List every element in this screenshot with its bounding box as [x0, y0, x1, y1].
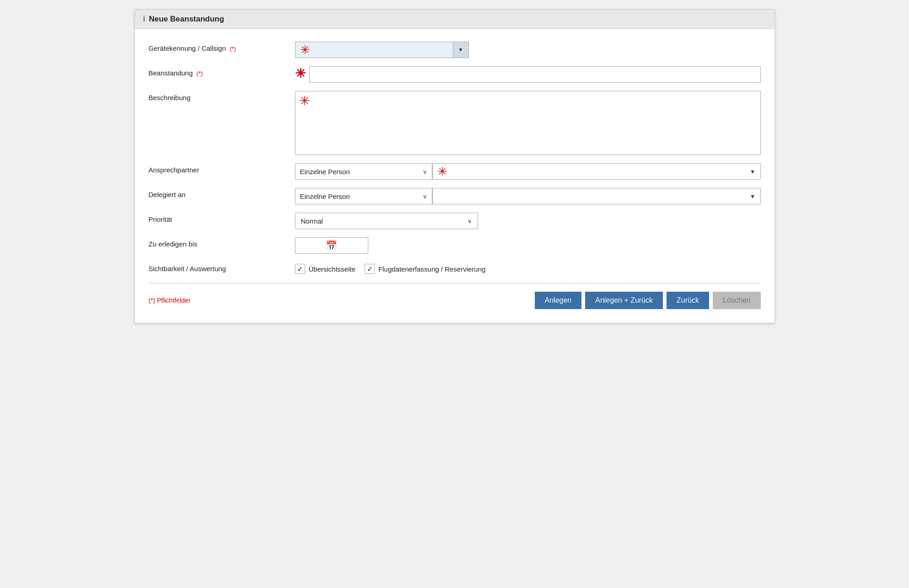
checkbox-flugdaten-label: Flugdatenerfassung / Reservierung — [378, 265, 485, 273]
anlegen-zurueck-button[interactable]: Anlegen + Zurück — [585, 292, 663, 309]
beanstandung-label: Beanstandung (*) — [149, 66, 295, 77]
anlegen-button[interactable]: Anlegen — [535, 292, 582, 309]
loeschen-button[interactable]: Löschen — [713, 292, 761, 309]
button-group: Anlegen Anlegen + Zurück Zurück Löschen — [535, 292, 761, 309]
sichtbarkeit-label: Sichtbarkeit / Auswertung — [149, 262, 295, 273]
delegiert-an-row: Delegiert an Einzelne Person ∨ ▼ — [149, 188, 761, 204]
zu-erledigen-label: Zu erledigen bis — [149, 237, 295, 248]
footer-row: (*) Pflichtfelder Anlegen Anlegen + Zurü… — [149, 292, 761, 314]
delegiert-an-label: Delegiert an — [149, 188, 295, 198]
geraetekennung-control: ✳ ▼ — [295, 42, 761, 58]
checkbox-uebersichtsseite[interactable]: ✓ — [295, 264, 305, 274]
geraetekennung-dropdown-arrow[interactable]: ▼ — [453, 42, 468, 58]
prioritaet-select[interactable]: Normal ∨ — [295, 213, 478, 229]
sichtbarkeit-control: ✓ Übersichtsseite ✓ Flugdatenerfassung /… — [295, 262, 761, 274]
beschreibung-control: ✳ — [295, 91, 761, 155]
beanstandung-control: ✳ — [295, 66, 761, 83]
ansprechpartner-required-icon: ✳ — [437, 165, 447, 179]
ansprechpartner-person-select[interactable]: ✳ ▼ — [432, 163, 761, 180]
zu-erledigen-control: 📅 — [295, 237, 761, 254]
delegiert-an-person-select[interactable]: ▼ — [432, 188, 761, 204]
pflichtfelder-text: (*) Pflichtfelder — [149, 297, 191, 304]
form-divider — [149, 283, 761, 283]
delegiert-an-chevron2: ▼ — [750, 193, 756, 200]
beanstandung-required-icon: ✳ — [295, 67, 306, 80]
ansprechpartner-type-select[interactable]: Einzelne Person ∨ — [295, 163, 432, 180]
info-icon: i — [143, 14, 145, 24]
ansprechpartner-control: Einzelne Person ∨ ✳ ▼ — [295, 163, 761, 180]
geraetekennung-row: Gerätekennung / Callsign (*) ✳ ▼ — [149, 42, 761, 58]
prioritaet-chevron: ∨ — [468, 218, 472, 225]
geraetekennung-label: Gerätekennung / Callsign (*) — [149, 42, 295, 52]
page-container: i Neue Beanstandung Gerätekennung / Call… — [134, 9, 775, 323]
form-body: Gerätekennung / Callsign (*) ✳ ▼ Beansta… — [135, 29, 775, 323]
zu-erledigen-row: Zu erledigen bis 📅 — [149, 237, 761, 254]
delegiert-an-type-select[interactable]: Einzelne Person ∨ — [295, 188, 432, 204]
beanstandung-row: Beanstandung (*) ✳ — [149, 66, 761, 83]
beschreibung-row: Beschreibung ✳ — [149, 91, 761, 155]
prioritaet-label: Priorität — [149, 213, 295, 223]
ansprechpartner-select-group: Einzelne Person ∨ ✳ ▼ — [295, 163, 761, 180]
beanstandung-input[interactable] — [309, 66, 761, 83]
checkbox-uebersichtsseite-label: Übersichtsseite — [309, 265, 356, 273]
ansprechpartner-row: Ansprechpartner Einzelne Person ∨ ✳ ▼ — [149, 163, 761, 180]
checkbox-flugdaten-item: ✓ Flugdatenerfassung / Reservierung — [365, 264, 485, 274]
beschreibung-label: Beschreibung — [149, 91, 295, 102]
delegiert-an-chevron1: ∨ — [423, 193, 427, 200]
calendar-icon: 📅 — [326, 240, 337, 251]
page-title: Neue Beanstandung — [149, 15, 224, 24]
sichtbarkeit-checkboxes: ✓ Übersichtsseite ✓ Flugdatenerfassung /… — [295, 262, 486, 274]
ansprechpartner-chevron2: ▼ — [750, 168, 756, 175]
page-header: i Neue Beanstandung — [135, 10, 775, 29]
beschreibung-textarea[interactable] — [296, 91, 760, 155]
checkbox-flugdaten[interactable]: ✓ — [365, 264, 375, 274]
date-picker[interactable]: 📅 — [295, 237, 368, 254]
geraetekennung-dropdown[interactable]: ✳ ▼ — [295, 42, 469, 58]
beschreibung-required-icon: ✳ — [299, 93, 310, 108]
delegiert-an-select-group: Einzelne Person ∨ ▼ — [295, 188, 761, 204]
ansprechpartner-chevron1: ∨ — [423, 168, 427, 175]
geraetekennung-required-icon: ✳ — [296, 43, 453, 57]
checkbox-uebersichtsseite-item: ✓ Übersichtsseite — [295, 264, 356, 274]
prioritaet-row: Priorität Normal ∨ — [149, 213, 761, 229]
sichtbarkeit-row: Sichtbarkeit / Auswertung ✓ Übersichtsse… — [149, 262, 761, 274]
prioritaet-control: Normal ∨ — [295, 213, 761, 229]
zurueck-button[interactable]: Zurück — [667, 292, 709, 309]
delegiert-an-control: Einzelne Person ∨ ▼ — [295, 188, 761, 204]
ansprechpartner-label: Ansprechpartner — [149, 163, 295, 174]
